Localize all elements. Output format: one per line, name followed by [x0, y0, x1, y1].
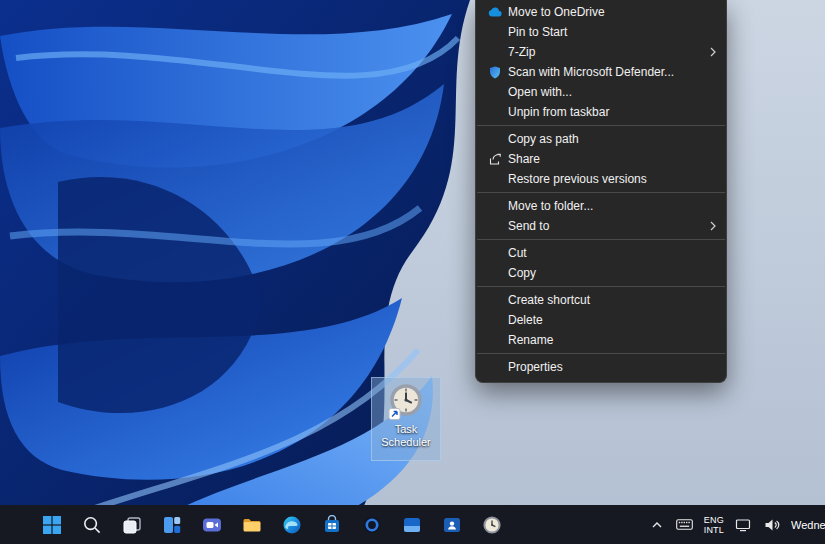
blue-window-app-button[interactable] [398, 511, 426, 539]
context-menu: Move to OneDrive Pin to Start 7-Zip S [475, 0, 727, 383]
submenu-arrow-icon [710, 221, 716, 231]
menu-item-restore-previous-versions[interactable]: Restore previous versions [476, 169, 726, 189]
desktop: Task Scheduler Move to OneDrive Pin to S… [0, 0, 825, 544]
menu-separator [477, 192, 725, 193]
ring-app-button[interactable] [358, 511, 386, 539]
desktop-icon-label: Task Scheduler [375, 423, 437, 449]
language-line1: ENG [704, 515, 724, 525]
folder-icon [242, 515, 262, 535]
edge-browser-icon [282, 515, 302, 535]
search-icon [82, 515, 102, 535]
menu-item-create-shortcut[interactable]: Create shortcut [476, 290, 726, 310]
touch-keyboard-button[interactable] [674, 516, 695, 533]
contact-app-icon [442, 515, 462, 535]
menu-item-move-to-onedrive[interactable]: Move to OneDrive [476, 2, 726, 22]
submenu-arrow-icon [710, 47, 716, 57]
share-icon [489, 153, 502, 165]
search-button[interactable] [78, 511, 106, 539]
menu-item-rename[interactable]: Rename [476, 330, 726, 350]
task-view-icon [122, 515, 142, 535]
menu-item-cut[interactable]: Cut [476, 243, 726, 263]
widgets-icon [162, 515, 182, 535]
blue-window-app-icon [402, 515, 422, 535]
menu-separator [477, 286, 725, 287]
menu-item-delete[interactable]: Delete [476, 310, 726, 330]
language-line2: INTL [704, 525, 724, 535]
clock-date[interactable]: Wedne [791, 519, 825, 531]
tray-overflow-button[interactable] [649, 517, 665, 533]
task-scheduler-taskbar-button[interactable] [478, 511, 506, 539]
language-indicator[interactable]: ENG INTL [704, 515, 724, 535]
touch-keyboard-icon [676, 518, 693, 531]
task-view-button[interactable] [118, 511, 146, 539]
ring-app-icon [362, 515, 382, 535]
system-tray: ENG INTL Wedne [649, 505, 825, 544]
volume-button[interactable] [762, 516, 782, 534]
menu-item-scan-with-defender[interactable]: Scan with Microsoft Defender... [476, 62, 726, 82]
network-icon [735, 518, 751, 532]
edge-button[interactable] [278, 511, 306, 539]
widgets-button[interactable] [158, 511, 186, 539]
menu-item-share[interactable]: Share [476, 149, 726, 169]
menu-item-move-to-folder[interactable]: Move to folder... [476, 196, 726, 216]
defender-shield-icon [489, 66, 501, 79]
chevron-up-icon [651, 519, 663, 531]
taskbar-app-icons [0, 511, 506, 539]
chat-button[interactable] [198, 511, 226, 539]
network-button[interactable] [733, 516, 753, 534]
task-scheduler-icon [482, 515, 502, 535]
menu-item-7zip[interactable]: 7-Zip [476, 42, 726, 62]
menu-item-copy[interactable]: Copy [476, 263, 726, 283]
store-button[interactable] [318, 511, 346, 539]
file-explorer-button[interactable] [238, 511, 266, 539]
shortcut-arrow-icon [389, 409, 400, 420]
taskbar: ENG INTL Wedne [0, 505, 825, 544]
microsoft-store-icon [322, 515, 342, 535]
menu-item-unpin-from-taskbar[interactable]: Unpin from taskbar [476, 102, 726, 122]
onedrive-icon [488, 7, 502, 17]
start-button[interactable] [38, 511, 66, 539]
menu-item-send-to[interactable]: Send to [476, 216, 726, 236]
chat-video-icon [202, 515, 222, 535]
volume-icon [764, 518, 780, 532]
menu-item-properties[interactable]: Properties [476, 357, 726, 377]
menu-separator [477, 353, 725, 354]
menu-separator [477, 239, 725, 240]
menu-separator [477, 125, 725, 126]
task-scheduler-clock-icon [386, 382, 426, 422]
menu-item-pin-to-start[interactable]: Pin to Start [476, 22, 726, 42]
menu-item-copy-as-path[interactable]: Copy as path [476, 129, 726, 149]
contact-app-button[interactable] [438, 511, 466, 539]
windows-logo-icon [42, 515, 62, 535]
desktop-icon-task-scheduler[interactable]: Task Scheduler [371, 377, 441, 461]
menu-item-open-with[interactable]: Open with... [476, 82, 726, 102]
